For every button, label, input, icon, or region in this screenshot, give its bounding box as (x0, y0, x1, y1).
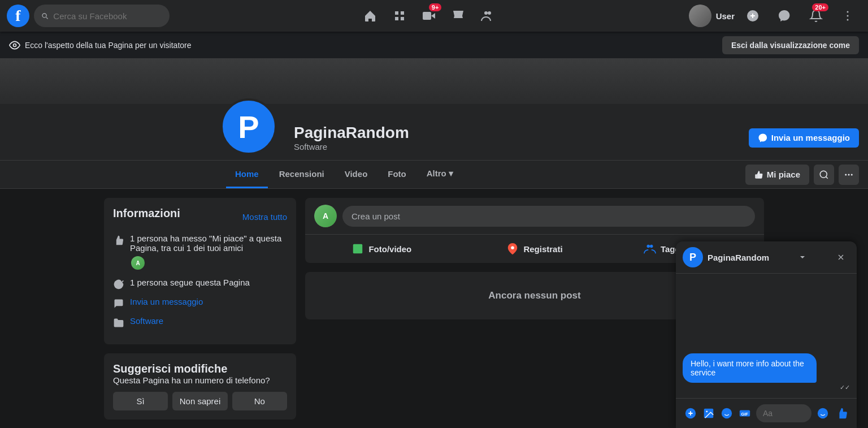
search-icon (41, 11, 49, 20)
svg-rect-2 (423, 12, 431, 20)
friend-avatar-1: A (130, 255, 146, 271)
page-avatar-wrapper: P (220, 98, 277, 155)
svg-point-13 (851, 174, 853, 175)
svg-point-4 (488, 11, 491, 15)
user-message-bubble: Hello, i want more info about the servic… (683, 353, 817, 383)
facebook-logo[interactable]: f (7, 5, 29, 27)
search-input[interactable] (53, 11, 163, 21)
registrati-label: Registrati (523, 244, 562, 254)
message-bubble-container: Hello, i want more info about the servic… (683, 353, 850, 391)
search-nav-button[interactable] (814, 165, 834, 185)
svg-point-18 (650, 245, 653, 248)
user-avatar[interactable] (689, 5, 711, 27)
message-info-row: Invia un messaggio (113, 297, 287, 309)
check-circle-icon (113, 279, 124, 290)
emoji-icon (817, 407, 829, 420)
messenger-page-avatar: P (683, 247, 703, 267)
user-name[interactable]: User (716, 11, 735, 21)
messenger-minimize-button[interactable] (811, 248, 830, 266)
mostra-tutto-link[interactable]: Mostra tutto (242, 212, 287, 222)
svg-point-22 (722, 408, 732, 418)
nav-center-icons: 9+ (170, 2, 689, 29)
home-nav-button[interactable] (357, 2, 384, 29)
segue-text: 1 persona segue questa Pagina (130, 278, 250, 287)
messenger-like-button[interactable] (834, 405, 850, 421)
like-page-button[interactable]: Mi piace (745, 165, 809, 185)
messenger-gif-button[interactable]: GIF (737, 405, 753, 421)
gif-icon: GIF (739, 407, 751, 420)
nav-right-section: User 20+ (689, 2, 861, 29)
nav-home[interactable]: Home (226, 161, 268, 188)
svg-point-3 (484, 11, 488, 15)
search-icon-nav (819, 170, 829, 180)
left-column: Informazioni Mostra tutto 1 persona ha m… (104, 198, 296, 428)
minimize-icon (816, 253, 825, 262)
chevron-down-icon-messenger (798, 253, 807, 262)
informazioni-title: Informazioni (113, 207, 180, 220)
likes-info-text: 1 persona ha messo "Mi piace" a questa P… (130, 234, 287, 271)
messenger-button[interactable] (771, 2, 798, 29)
sticker-icon (721, 407, 733, 420)
notifications-button[interactable]: 20+ (802, 2, 830, 29)
category-info-row: Software (113, 316, 287, 328)
visitor-banner-text: Ecco l'aspetto della tua Pagina per un v… (25, 41, 192, 50)
messenger-plus-button[interactable] (683, 405, 698, 421)
thumbs-up-info-icon (113, 235, 124, 246)
svg-point-27 (818, 408, 828, 418)
create-post-button[interactable]: Crea un post (342, 206, 755, 227)
svg-text:f: f (15, 7, 21, 24)
nav-altro[interactable]: Altro ▾ (418, 161, 462, 188)
svg-point-17 (646, 245, 650, 248)
marketplace-nav-button[interactable] (445, 2, 472, 29)
main-layout: Informazioni Mostra tutto 1 persona ha m… (95, 189, 773, 428)
suggerisci-title: Suggerisci modifiche (113, 362, 227, 375)
visitor-banner-right: Esci dalla visualizzazione come (722, 36, 859, 54)
segue-info-row: 1 persona segue questa Pagina (113, 278, 287, 290)
page-actions: Invia un messaggio (749, 128, 859, 148)
messenger-emoji-button[interactable] (815, 405, 831, 421)
svg-point-7 (847, 15, 849, 17)
messenger-input[interactable] (763, 409, 805, 418)
suggerisci-card: Suggerisci modifiche Questa Pagina ha un… (104, 353, 296, 420)
svg-point-16 (511, 246, 515, 249)
exit-visitor-view-button[interactable]: Esci dalla visualizzazione come (722, 36, 859, 54)
add-button[interactable] (739, 2, 766, 29)
like-btn-label: Mi piace (767, 170, 800, 179)
top-navigation: f 9+ User (0, 0, 868, 32)
message-icon (113, 298, 124, 309)
suggerisci-question: Questa Pagina ha un numero di telefono? (113, 375, 287, 385)
registrati-action[interactable]: Registrati (458, 237, 611, 261)
likes-info-row: 1 persona ha messo "Mi piace" a questa P… (113, 234, 287, 271)
category-info-link[interactable]: Software (130, 316, 163, 326)
suggest-non-saprei-button[interactable]: Non saprei (172, 392, 227, 410)
message-info-link[interactable]: Invia un messaggio (130, 297, 203, 306)
suggest-si-button[interactable]: Sì (113, 392, 168, 410)
suggest-no-button[interactable]: No (232, 392, 287, 410)
groups-nav-button[interactable] (474, 2, 501, 29)
nav-foto[interactable]: Foto (379, 161, 415, 188)
more-options-nav-button[interactable] (839, 165, 859, 185)
svg-point-10 (820, 171, 827, 178)
visitor-banner-left: Ecco l'aspetto della tua Pagina per un v… (9, 40, 192, 51)
messenger-header[interactable]: P PaginaRandom (676, 241, 857, 274)
svg-point-8 (847, 19, 849, 21)
messenger-input-area[interactable] (756, 404, 811, 422)
svg-point-6 (847, 11, 849, 13)
messenger-close-button[interactable] (832, 248, 850, 266)
nav-video[interactable]: Video (336, 161, 377, 188)
messenger-icon (758, 133, 768, 143)
videos-nav-button[interactable]: 9+ (415, 2, 442, 29)
search-bar[interactable] (34, 5, 170, 27)
ellipsis-icon (844, 170, 854, 180)
page-avatar: P (220, 98, 277, 155)
location-pin-icon (506, 243, 519, 255)
messenger-image-button[interactable] (701, 405, 717, 421)
nav-recensioni[interactable]: Recensioni (270, 161, 333, 188)
messenger-sticker-button[interactable] (719, 405, 735, 421)
menu-button[interactable] (834, 2, 861, 29)
send-message-button[interactable]: Invia un messaggio (749, 128, 859, 148)
create-post-avatar: A (314, 205, 337, 227)
svg-point-12 (848, 174, 850, 175)
pages-nav-button[interactable] (386, 2, 413, 29)
foto-video-action[interactable]: Foto/video (305, 237, 458, 261)
